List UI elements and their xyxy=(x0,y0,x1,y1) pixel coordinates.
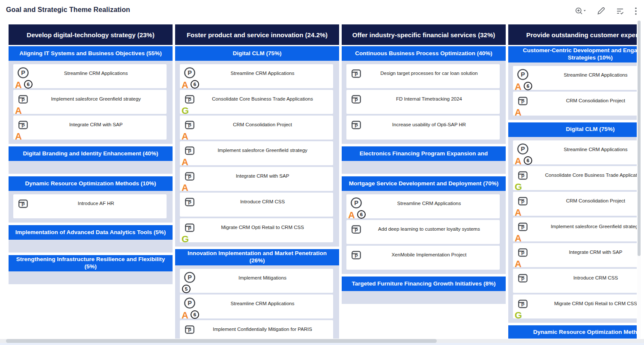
svg-text:P: P xyxy=(521,146,525,152)
status-letter: A xyxy=(182,183,188,193)
vertical-scrollbar-thumb[interactable] xyxy=(638,21,641,256)
status-letter: A xyxy=(515,234,522,243)
theme-section: Strengthening Infrastructure Resilience … xyxy=(9,255,173,284)
project-card[interactable]: PA6Streamline CRM Applications xyxy=(13,64,167,88)
theme-header[interactable]: Strengthening Infrastructure Resilience … xyxy=(9,255,173,271)
theme-header[interactable]: Aligning IT Systems and Business Objecti… xyxy=(9,46,173,61)
svg-text:P: P xyxy=(188,69,192,76)
project-card[interactable]: PA6Streamline CRM Applications xyxy=(513,140,637,164)
goal-header[interactable]: Develop digital-technology strategy (23%… xyxy=(9,24,173,45)
project-card[interactable]: PA6Streamline CRM Applications xyxy=(346,194,500,218)
project-card[interactable]: PAdd deep learning to customer loyalty s… xyxy=(346,220,500,244)
theme-header[interactable]: Targeted Furniture Financing Growth Init… xyxy=(342,277,506,291)
project-card[interactable]: PGConsolidate Core Business Trade Applic… xyxy=(180,90,333,114)
project-card[interactable]: PAImplement salesforce Greenfield strate… xyxy=(513,217,637,241)
theme-section: Innovation Implementation and Market Pen… xyxy=(175,249,339,339)
svg-text:P: P xyxy=(188,123,191,128)
theme-header[interactable]: Digital Branding and Identity Enhancemen… xyxy=(9,146,173,161)
project-icon: P xyxy=(351,68,362,79)
card-label: CRM Consolidation Project xyxy=(194,122,331,127)
project-card[interactable]: PA6Streamline CRM Applications xyxy=(513,66,637,90)
zoom-menu-icon[interactable] xyxy=(575,7,587,15)
project-card[interactable]: PGMigrate CRM Opti Retail to CRM CSS xyxy=(180,218,333,242)
status-letter: A xyxy=(182,158,188,167)
card-label: Migrate CRM Opti Retail to CRM CSS xyxy=(194,225,331,230)
goal-header[interactable]: Foster product and service innovation (2… xyxy=(175,24,339,45)
project-card[interactable]: PFD Internal Timetracking 2024 xyxy=(346,90,500,114)
project-card[interactable]: PAIntegrate CRM with SAP xyxy=(13,116,167,140)
project-card[interactable]: PAImplement salesforce Greenfield strate… xyxy=(13,90,167,114)
theme-body xyxy=(9,161,173,174)
card-label: Integrate CRM with SAP xyxy=(528,250,637,255)
project-card[interactable]: PACRM Consolidation Project xyxy=(180,116,333,140)
svg-text:P: P xyxy=(521,174,525,179)
card-label: Add deep learning to customer loyalty sy… xyxy=(361,226,497,232)
status-letter: G xyxy=(182,235,189,244)
count-badge: 6 xyxy=(24,80,33,89)
project-card[interactable]: PGConsolidate Core Business Trade Applic… xyxy=(513,166,637,190)
project-icon: P xyxy=(184,196,195,208)
app-window: Goal and Strategic Theme Realization xyxy=(0,0,644,345)
project-card[interactable]: PXenMobile Implementation Project xyxy=(346,246,500,270)
project-card[interactable]: PGMigrate CRM Opti Retail to CRM CSS xyxy=(513,294,637,318)
more-options-icon[interactable] xyxy=(635,7,637,15)
theme-section: Digital CLM (75%)PA6Streamline CRM Appli… xyxy=(175,46,339,247)
project-card[interactable]: PIncrease usability of Opti-SAP HR xyxy=(346,116,500,140)
theme-header[interactable]: Innovation Implementation and Market Pen… xyxy=(175,249,339,265)
card-label: Integrate CRM with SAP xyxy=(28,122,164,127)
theme-header[interactable]: Customer-Centric Development and Engagem… xyxy=(508,46,637,62)
card-label: Consolidate Core Business Trade Applicat… xyxy=(194,96,331,101)
svg-text:P: P xyxy=(355,98,358,103)
title-bar: Goal and Strategic Theme Realization xyxy=(0,0,644,24)
status-letter: A xyxy=(515,259,522,269)
vertical-scrollbar xyxy=(637,21,641,339)
program-icon: P xyxy=(350,197,362,209)
project-icon: P xyxy=(351,224,362,235)
project-card[interactable]: PAIntegrate CRM with SAP xyxy=(180,167,333,191)
goal-header[interactable]: Offer industry-specific financial servic… xyxy=(342,24,506,45)
status-letter: A xyxy=(515,157,522,166)
goal-header[interactable]: Provide outstanding customer experience xyxy=(508,24,637,45)
theme-body xyxy=(342,161,506,174)
svg-text:P: P xyxy=(354,199,358,206)
project-card[interactable]: PIntroduce CRM CSS xyxy=(180,193,333,217)
card-label: Streamline CRM Applications xyxy=(28,71,164,76)
project-card[interactable]: PIntroduce CRM CSS xyxy=(513,269,637,293)
project-card[interactable]: PAIntegrate CRM with SAP xyxy=(513,243,637,267)
project-card[interactable]: P5Implement Mitigations xyxy=(180,269,333,293)
status-letter: G xyxy=(515,182,522,192)
status-letter: G xyxy=(515,311,522,320)
theme-header[interactable]: Dynamic Resource Optimization Methods xyxy=(508,325,637,339)
theme-header[interactable]: Digital CLM (75%) xyxy=(175,46,339,61)
theme-section: Implementation of Advanced Data Analytic… xyxy=(9,225,173,253)
theme-header[interactable]: Implementation of Advanced Data Analytic… xyxy=(9,225,173,240)
project-card[interactable]: PDesign target processes for car loan so… xyxy=(346,64,500,88)
edit-icon[interactable] xyxy=(597,7,605,15)
status-letter: A xyxy=(15,106,22,116)
status-letter: A xyxy=(182,132,188,141)
card-label: Streamline CRM Applications xyxy=(194,301,331,306)
card-label: Introduce AF HR xyxy=(28,201,164,206)
theme-body: PDesign target processes for car loan so… xyxy=(342,61,506,144)
theme-header[interactable]: Continuous Business Process Optimization… xyxy=(342,46,506,61)
project-card[interactable]: PImplement Confidentially Mitigation for… xyxy=(180,320,333,339)
theme-header[interactable]: Digital CLM (75%) xyxy=(508,122,637,137)
project-card[interactable]: PIntroduce AF HR xyxy=(13,194,167,218)
project-card[interactable]: PAImplement salesforce Greenfield strate… xyxy=(180,141,333,165)
project-icon: P xyxy=(517,170,528,181)
count-badge: 5 xyxy=(182,285,191,293)
card-label: Streamline CRM Applications xyxy=(528,72,637,77)
theme-header[interactable]: Electronics Financing Program Expansion … xyxy=(342,146,506,161)
project-card[interactable]: PA6Streamline CRM Applications xyxy=(180,294,333,318)
project-icon: P xyxy=(18,94,29,105)
project-card[interactable]: PACRM Consolidation Project xyxy=(513,192,637,216)
filter-icon[interactable] xyxy=(616,7,624,15)
svg-text:P: P xyxy=(21,123,25,128)
theme-header[interactable]: Mortgage Service Development and Deploym… xyxy=(342,176,506,191)
project-card[interactable]: PACRM Consolidation Project xyxy=(513,92,637,116)
horizontal-scrollbar-thumb[interactable] xyxy=(6,339,437,343)
project-icon: P xyxy=(184,171,195,182)
project-card[interactable]: PA6Streamline CRM Applications xyxy=(180,64,333,88)
card-label: Introduce CRM CSS xyxy=(528,275,637,280)
theme-header[interactable]: Dynamic Resource Optimization Methods (1… xyxy=(9,176,173,191)
